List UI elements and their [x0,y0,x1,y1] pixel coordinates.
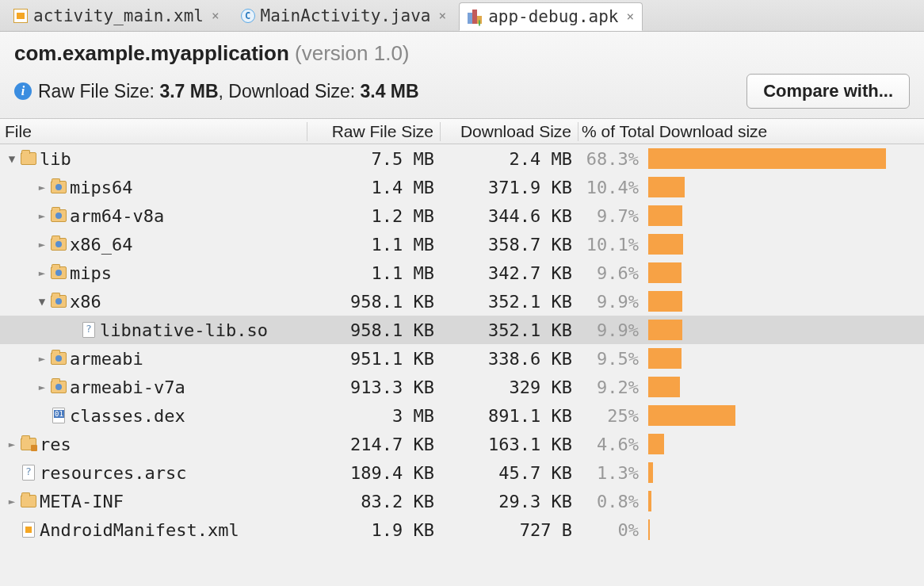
percent-value: 9.9% [578,320,643,340]
percent-value: 9.2% [578,377,643,397]
tab-activity-main-xml[interactable]: activity_main.xml× [5,2,227,30]
column-percent[interactable]: % of Total Download size [578,122,924,141]
file-name: classes.dex [70,406,185,426]
size-summary: Raw File Size: 3.7 MB, Download Size: 3.… [38,81,419,102]
percent-value: 1.3% [578,463,643,483]
percent-bar [643,177,924,197]
file-name: res [40,435,71,454]
tab-mainactivity-java[interactable]: CMainActivity.java× [232,2,455,30]
raw-size-value: 3 MB [307,406,441,426]
percent-bar [643,262,924,283]
file-name: resources.arsc [40,463,186,483]
tab-label: MainActivity.java [261,6,431,25]
table-row[interactable]: armeabi-v7a913.3 KB329 KB9.2% [0,373,924,401]
download-size-value: 352.1 KB [441,292,578,312]
package-version: (version 1.0) [295,41,410,65]
close-icon[interactable]: × [439,8,447,23]
table-row[interactable]: classes.dex3 MB891.1 KB25% [0,401,924,430]
percent-value: 9.7% [578,206,643,226]
raw-size-value: 951.1 KB [307,349,441,369]
raw-size-value: 958.1 KB [307,320,441,340]
file-name: lib [40,149,71,169]
percent-value: 68.3% [578,149,643,169]
dex-file-icon [51,408,67,423]
tab-label: activity_main.xml [33,6,204,25]
file-name: AndroidManifest.xml [40,520,239,540]
table-row[interactable]: mips641.4 MB371.9 KB10.4% [0,173,924,201]
percent-bar [643,462,924,483]
percent-bar [643,234,924,255]
download-size-value: 29.3 KB [441,492,578,511]
table-row[interactable]: META-INF83.2 KB29.3 KB0.8% [0,487,924,515]
expand-arrow-icon[interactable] [36,238,48,251]
raw-size-value: 1.1 MB [307,263,441,283]
table-header: File Raw File Size Download Size % of To… [0,119,924,144]
percent-bar [643,205,924,226]
table-row[interactable]: lib7.5 MB2.4 MB68.3% [0,144,924,173]
tab-app-debug-apk[interactable]: app-debug.apk× [459,2,643,31]
table-row[interactable]: arm64-v8a1.2 MB344.6 KB9.7% [0,201,924,230]
table-row[interactable]: AndroidManifest.xml1.9 KB727 B0% [0,515,924,544]
table-row[interactable]: armeabi951.1 KB338.6 KB9.5% [0,344,924,373]
file-name: armeabi-v7a [70,377,185,397]
percent-bar [643,491,924,511]
xml-file-icon [21,523,36,537]
download-size-value: 329 KB [441,377,578,397]
table-row[interactable]: x86958.1 KB352.1 KB9.9% [0,287,924,316]
xml-icon [13,9,29,23]
close-icon[interactable]: × [212,8,220,23]
download-size-value: 45.7 KB [441,463,578,483]
percent-bar [643,377,924,397]
file-name: META-INF [40,492,124,511]
expand-arrow-icon[interactable] [6,152,17,165]
compare-with-button[interactable]: Compare with... [746,74,910,109]
file-name: mips [70,263,112,283]
folder-icon [51,180,67,194]
table-row[interactable]: libnative-lib.so958.1 KB352.1 KB9.9% [0,316,924,344]
expand-arrow-icon[interactable] [36,209,48,222]
raw-size-value: 1.2 MB [307,206,441,226]
column-raw-size[interactable]: Raw File Size [307,122,441,141]
folder-icon [51,380,67,394]
folder-icon [51,209,67,223]
download-size-value: 342.7 KB [441,263,578,283]
expand-arrow-icon[interactable] [36,295,48,308]
expand-arrow-icon[interactable] [36,266,48,279]
column-file[interactable]: File [0,122,307,141]
download-size-value: 163.1 KB [441,435,578,454]
raw-size-value: 7.5 MB [307,149,441,169]
info-icon: i [14,82,32,100]
raw-size-value: 214.7 KB [307,435,441,454]
apk-icon [468,10,483,24]
close-icon[interactable]: × [627,9,635,24]
raw-size-value: 1.1 MB [307,235,441,255]
folder-icon [51,351,67,366]
file-tree-body: lib7.5 MB2.4 MB68.3%mips641.4 MB371.9 KB… [0,144,924,544]
download-size-value: 358.7 KB [441,235,578,255]
percent-value: 10.1% [578,235,643,255]
file-icon [21,465,36,480]
expand-arrow-icon[interactable] [36,381,48,393]
download-size-value: 338.6 KB [441,349,578,369]
percent-value: 0.8% [578,492,643,511]
raw-size-value: 1.4 MB [307,178,441,197]
table-row[interactable]: x86_641.1 MB358.7 KB10.1% [0,230,924,259]
table-row[interactable]: resources.arsc189.4 KB45.7 KB1.3% [0,458,924,487]
editor-tabs: activity_main.xml×CMainActivity.java×app… [0,0,924,32]
table-row[interactable]: mips1.1 MB342.7 KB9.6% [0,259,924,287]
file-name: x86 [70,292,101,312]
java-icon: C [240,9,256,23]
download-size-value: 371.9 KB [441,178,578,197]
expand-arrow-icon[interactable] [36,352,48,365]
expand-arrow-icon[interactable] [36,181,48,193]
raw-size-value: 189.4 KB [307,463,441,483]
percent-value: 9.9% [578,292,643,312]
tab-label: app-debug.apk [488,7,618,26]
percent-bar [643,348,924,369]
percent-value: 9.5% [578,349,643,369]
table-row[interactable]: res214.7 KB163.1 KB4.6% [0,430,924,458]
expand-arrow-icon[interactable] [6,495,17,507]
expand-arrow-icon[interactable] [6,438,17,450]
folder-icon [51,266,67,280]
column-download-size[interactable]: Download Size [441,122,578,141]
